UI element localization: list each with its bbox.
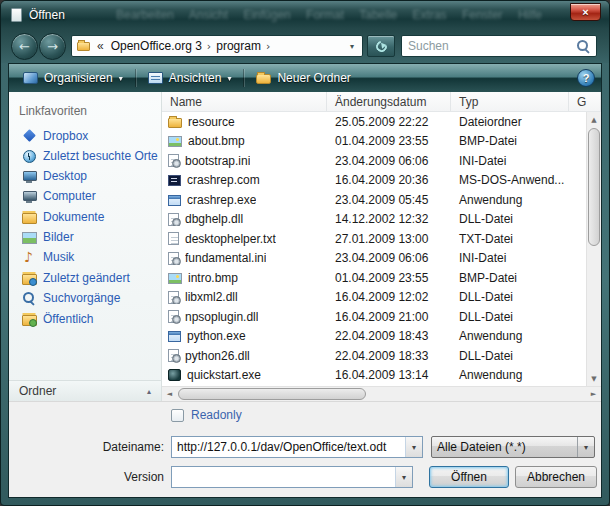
scroll-right-icon[interactable]: ► — [586, 387, 601, 401]
back-button[interactable]: ← — [11, 33, 38, 60]
column-header-size[interactable]: G — [569, 92, 601, 111]
bmp-icon — [168, 136, 182, 147]
file-type: Anwendung — [451, 329, 569, 343]
search-input[interactable] — [408, 39, 572, 53]
breadcrumb-item-program[interactable]: program — [213, 39, 264, 53]
search-icon[interactable] — [576, 39, 590, 53]
file-row[interactable]: quickstart.exe 16.04.2009 13:14 Anwendun… — [162, 366, 586, 386]
file-type: TXT-Datei — [451, 232, 569, 246]
sidebar-item[interactable]: Zuletzt geändert — [9, 267, 161, 288]
organize-button[interactable]: Organisieren ▾ — [15, 68, 131, 88]
breadcrumb-overflow-chevron[interactable]: « — [95, 39, 106, 53]
filename-dropdown-icon[interactable]: ▾ — [405, 437, 422, 457]
file-name: libxml2.dll — [185, 290, 238, 304]
refresh-button[interactable] — [367, 35, 395, 57]
sidebar-item[interactable]: Dokumente — [9, 206, 161, 227]
organize-icon — [23, 72, 38, 84]
file-name: dbghelp.dll — [185, 212, 243, 226]
file-row[interactable]: python.exe 22.04.2009 18:43 Anwendung — [162, 327, 586, 347]
vertical-scrollbar[interactable]: ▲ ▼ — [586, 112, 601, 386]
file-date: 23.04.2009 05:45 — [327, 193, 451, 207]
search-icon — [22, 291, 36, 305]
sidebar-item[interactable]: Zuletzt besuchte Orte — [9, 146, 161, 166]
open-button[interactable]: Öffnen — [429, 466, 509, 488]
sidebar-item[interactable]: Computer — [9, 186, 161, 206]
file-name: python.exe — [187, 329, 246, 343]
vertical-scroll-thumb[interactable] — [588, 128, 600, 246]
file-date: 01.04.2009 23:55 — [327, 134, 451, 148]
horizontal-scrollbar[interactable]: ◄ ► — [162, 386, 601, 401]
folders-expander[interactable]: Ordner ▴ — [9, 380, 161, 401]
file-name: about.bmp — [188, 134, 245, 148]
breadcrumb[interactable]: « OpenOffice.org 3 › program › ▾ — [71, 35, 363, 57]
help-button[interactable]: ? — [577, 69, 595, 87]
column-header-name[interactable]: Name — [162, 92, 327, 111]
file-type: INI-Datei — [451, 251, 569, 265]
desktop-icon — [22, 169, 36, 183]
navigation-bar: ← → « OpenOffice.org 3 › program › ▾ — [1, 29, 609, 63]
file-row[interactable]: dbghelp.dll 14.12.2002 12:32 DLL-Datei — [162, 210, 586, 230]
breadcrumb-dropdown-icon[interactable]: ▾ — [346, 42, 358, 51]
sidebar-item-label: Desktop — [43, 169, 87, 183]
sidebar-item[interactable]: Suchvorgänge — [9, 288, 161, 308]
filetype-value[interactable]: Alle Dateien (*.*) — [432, 440, 577, 454]
file-row[interactable]: python26.dll 22.04.2009 18:33 DLL-Datei — [162, 346, 586, 366]
file-row[interactable]: fundamental.ini 23.04.2009 06:06 INI-Dat… — [162, 249, 586, 269]
version-dropdown-icon[interactable]: ▾ — [395, 467, 412, 487]
sidebar-item[interactable]: Desktop — [9, 166, 161, 186]
forward-button[interactable]: → — [39, 33, 66, 60]
column-header-date[interactable]: Änderungsdatum — [327, 92, 451, 111]
filename-combobox[interactable]: http://127.0.0.1/dav/OpenOffice/text.odt… — [171, 436, 423, 458]
file-row[interactable]: crashrep.com 16.04.2009 20:36 MS-DOS-Anw… — [162, 171, 586, 191]
sidebar-item[interactable]: Musik — [9, 247, 161, 267]
new-folder-button[interactable]: Neuer Ordner — [248, 68, 358, 88]
readonly-checkbox[interactable] — [171, 409, 184, 422]
cancel-button[interactable]: Abbrechen — [515, 466, 597, 488]
breadcrumb-separator-icon[interactable]: › — [207, 40, 211, 53]
scroll-down-icon[interactable]: ▼ — [587, 371, 601, 386]
music-icon — [22, 250, 36, 264]
file-row[interactable]: about.bmp 01.04.2009 23:55 BMP-Datei — [162, 132, 586, 152]
sidebar-item[interactable]: Dropbox — [9, 126, 161, 146]
sidebar-item[interactable]: Öffentlich — [9, 308, 161, 329]
toolbar-separator — [135, 69, 136, 87]
sidebar-item-label: Bilder — [43, 230, 74, 244]
toolbar-separator — [243, 69, 244, 87]
horizontal-scroll-thumb[interactable] — [178, 388, 366, 400]
file-row[interactable]: bootstrap.ini 23.04.2009 06:06 INI-Datei — [162, 151, 586, 171]
breadcrumb-separator-icon[interactable]: › — [266, 40, 270, 53]
file-row[interactable]: desktophelper.txt 27.01.2009 13:00 TXT-D… — [162, 229, 586, 249]
close-button[interactable]: × — [570, 3, 601, 21]
views-button[interactable]: Ansichten ▾ — [140, 68, 240, 88]
breadcrumb-item-openoffice[interactable]: OpenOffice.org 3 — [108, 39, 205, 53]
file-name-cell: crashrep.com — [162, 173, 327, 187]
file-row[interactable]: crashrep.exe 23.04.2009 05:45 Anwendung — [162, 190, 586, 210]
filename-value[interactable]: http://127.0.0.1/dav/OpenOffice/text.odt — [172, 440, 405, 454]
titlebar[interactable]: Bearbeiten Ansicht Einfügen Format Tabel… — [1, 1, 609, 29]
file-type: BMP-Datei — [451, 134, 569, 148]
scroll-up-icon[interactable]: ▲ — [587, 112, 601, 127]
file-list-body: resource 25.05.2009 22:22 Dateiordner ab… — [162, 112, 601, 386]
dialog-footer: Readonly Dateiname: http://127.0.0.1/dav… — [9, 402, 601, 497]
file-row[interactable]: resource 25.05.2009 22:22 Dateiordner — [162, 112, 586, 132]
scroll-left-icon[interactable]: ◄ — [162, 387, 177, 401]
new-folder-icon — [256, 74, 271, 84]
filetype-dropdown-icon[interactable]: ▾ — [577, 437, 594, 457]
version-combobox[interactable]: ▾ — [171, 466, 413, 488]
chevron-up-icon: ▴ — [147, 387, 151, 396]
file-date: 16.04.2009 20:36 — [327, 173, 451, 187]
file-row[interactable]: libxml2.dll 16.04.2009 12:02 DLL-Datei — [162, 288, 586, 308]
quick-icon — [168, 369, 181, 381]
file-type: Dateiordner — [451, 115, 569, 129]
file-name-cell: python.exe — [162, 329, 327, 343]
file-type: MS-DOS-Anwend... — [451, 173, 569, 187]
search-box[interactable] — [401, 35, 597, 57]
file-row[interactable]: npsoplugin.dll 16.04.2009 21:00 DLL-Date… — [162, 307, 586, 327]
dll-icon — [168, 213, 179, 226]
column-header-type[interactable]: Typ — [451, 92, 569, 111]
filetype-combobox[interactable]: Alle Dateien (*.*) ▾ — [431, 436, 595, 458]
open-file-dialog: Bearbeiten Ansicht Einfügen Format Tabel… — [0, 0, 610, 506]
sidebar-item[interactable]: Bilder — [9, 227, 161, 247]
file-name: fundamental.ini — [185, 251, 266, 265]
file-row[interactable]: intro.bmp 01.04.2009 23:55 BMP-Datei — [162, 268, 586, 288]
